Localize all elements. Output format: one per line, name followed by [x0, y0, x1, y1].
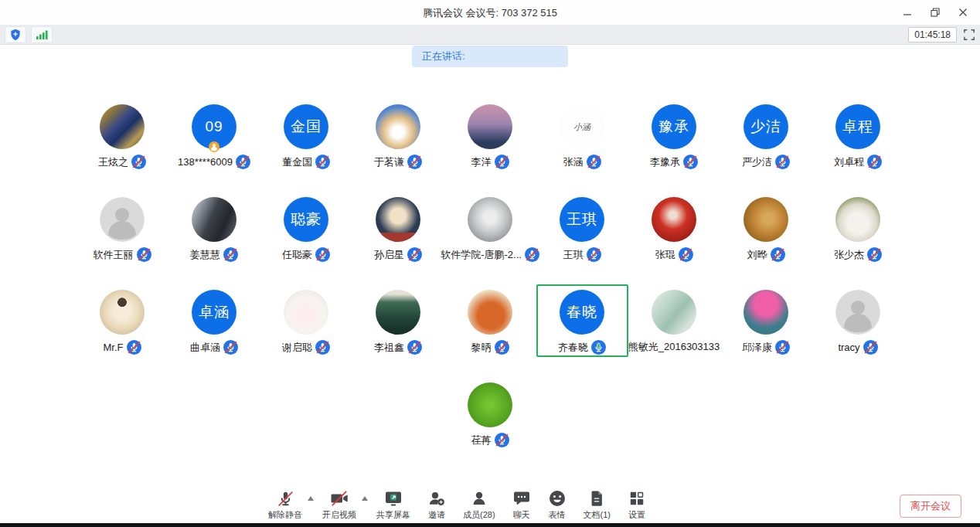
- participant-name-row: 刘晔: [747, 247, 785, 262]
- avatar-image: [376, 290, 420, 335]
- default-avatar-icon: [100, 197, 145, 242]
- participant-tile[interactable]: 黎昞: [444, 284, 536, 357]
- toolbar-button-chat[interactable]: 聊天: [512, 489, 531, 521]
- avatar-initials: 卓涵: [199, 302, 230, 322]
- toolbar-button-document[interactable]: 文档(1): [584, 489, 611, 521]
- avatar: [376, 290, 420, 335]
- toolbar-button-share-screen[interactable]: 共享屏幕: [376, 489, 410, 521]
- participant-tile-speaking[interactable]: 春晓齐春晓: [536, 284, 628, 357]
- participant-name: 刘卓程: [834, 155, 864, 169]
- participant-tile[interactable]: 金国董金国: [260, 99, 352, 172]
- toolbar-button-label: 开启视频: [322, 509, 356, 521]
- toolbar-button-label: 设置: [628, 509, 645, 521]
- participant-name: 任聪豪: [282, 248, 312, 262]
- avatar-initials: 少洁: [750, 117, 781, 137]
- toolbar-button-emoji[interactable]: 表情: [548, 489, 567, 521]
- avatar-image: [835, 197, 880, 242]
- participant-tile[interactable]: 卓程刘卓程: [812, 99, 904, 172]
- avatar: [744, 290, 788, 335]
- participant-tile[interactable]: 孙启星: [352, 192, 444, 264]
- participant-name-row: 齐春晓: [558, 340, 606, 355]
- close-icon[interactable]: [952, 3, 974, 22]
- participant-tile[interactable]: 王琪王琪: [536, 192, 628, 264]
- participant-tile[interactable]: 软件王丽: [77, 192, 168, 264]
- participant-tile[interactable]: 聪豪任聪豪: [260, 192, 352, 264]
- participant-tile[interactable]: 李祖鑫: [352, 284, 444, 357]
- chat-icon: [512, 489, 531, 508]
- participant-name-row: 王琪: [563, 247, 601, 262]
- avatar-initials: 王琪: [567, 209, 597, 230]
- toolbar-button-label: 聊天: [513, 509, 530, 521]
- fullscreen-icon[interactable]: [963, 29, 975, 41]
- mic-muted-icon: [863, 340, 878, 355]
- avatar-image: [835, 290, 880, 335]
- minimize-icon[interactable]: [897, 3, 918, 22]
- meeting-timer: 01:45:18: [908, 27, 957, 42]
- avatar: [468, 382, 512, 427]
- participant-tile[interactable]: 谢启聪: [260, 284, 352, 357]
- avatar-image: [100, 197, 145, 242]
- participant-name-row: 李祖鑫: [374, 340, 422, 355]
- participant-tile[interactable]: 张少杰: [812, 192, 904, 264]
- participant-tile[interactable]: 于茗谦: [352, 99, 444, 172]
- participant-tile[interactable]: 王炫之: [77, 99, 168, 172]
- participant-tile[interactable]: 刘晔: [720, 192, 812, 264]
- participant-tile[interactable]: 软件学院-唐鹏-2...: [444, 192, 536, 264]
- mic-muted-icon: [223, 247, 238, 262]
- mic-muted-icon: [867, 247, 882, 262]
- participant-name-row: 138****6009: [178, 155, 250, 169]
- avatar: [652, 290, 696, 335]
- mic-muted-icon: [131, 155, 146, 169]
- participant-tile[interactable]: 豫承李豫承: [628, 99, 720, 172]
- participant-name: 王炫之: [98, 155, 128, 169]
- participant-tile[interactable]: 熊敏光_2016303133: [628, 284, 720, 357]
- restore-icon[interactable]: [924, 3, 946, 22]
- participant-tile[interactable]: 李洋: [444, 99, 536, 172]
- toolbar-button-camera-off[interactable]: 开启视频: [322, 489, 356, 521]
- toolbar-button-members[interactable]: 成员(28): [463, 489, 495, 521]
- title-bar: 腾讯会议 会议号: 703 372 515: [0, 0, 980, 25]
- mic-muted-icon: [315, 155, 330, 169]
- avatar: 小涵: [560, 104, 604, 149]
- participant-name-row: Mr.F: [104, 340, 141, 355]
- participant-name-row: 任聪豪: [282, 247, 330, 262]
- toolbar-button-invite[interactable]: 邀请: [427, 489, 446, 521]
- participant-tile[interactable]: 少洁严少洁: [720, 99, 812, 172]
- participant-name: 于茗谦: [374, 155, 404, 169]
- avatar-image: [468, 290, 512, 335]
- toolbar-button-settings[interactable]: 设置: [628, 489, 646, 521]
- mic-muted-icon: [771, 247, 785, 262]
- participant-tile[interactable]: Mr.F: [77, 284, 168, 357]
- participant-tile[interactable]: 荏苒: [444, 377, 536, 450]
- participant-name: 荏苒: [471, 434, 492, 447]
- participants-grid: 王炫之09138****6009金国董金国于茗谦李洋小涵张涵豫承李豫承少洁严少洁…: [0, 99, 980, 450]
- avatar: [744, 197, 788, 242]
- participant-name: 李洋: [471, 155, 492, 169]
- participant-tile[interactable]: 张琨: [628, 192, 720, 264]
- menu-arrow-icon[interactable]: [362, 496, 368, 501]
- participant-name-row: 邱泽康: [742, 340, 790, 355]
- participant-tile[interactable]: tracy: [812, 284, 904, 357]
- participant-tile[interactable]: 小涵张涵: [536, 99, 628, 172]
- shield-plus-icon[interactable]: [5, 26, 26, 43]
- avatar: [468, 104, 512, 149]
- participant-name-row: 李洋: [471, 155, 509, 169]
- mic-muted-icon: [683, 155, 698, 169]
- menu-arrow-icon[interactable]: [308, 496, 314, 501]
- speaking-banner: 正在讲话:: [412, 46, 568, 67]
- network-signal-icon[interactable]: [31, 26, 53, 43]
- avatar-initials: 卓程: [842, 117, 873, 137]
- toolbar-button-mic-muted[interactable]: 解除静音: [268, 489, 302, 521]
- mic-muted-icon: [315, 340, 330, 355]
- invite-icon: [427, 489, 446, 508]
- mic-muted-icon: [127, 340, 141, 355]
- participant-tile[interactable]: 姜慧慧: [168, 192, 260, 264]
- leave-meeting-button[interactable]: 离开会议: [900, 495, 961, 518]
- avatar: 王琪: [560, 197, 604, 242]
- participant-name: 张琨: [655, 248, 675, 262]
- participant-tile[interactable]: 卓涵曲卓涵: [168, 284, 260, 357]
- participant-tile[interactable]: 邱泽康: [720, 284, 812, 357]
- participant-tile[interactable]: 09138****6009: [168, 99, 260, 172]
- participant-name-row: 黎昞: [471, 340, 509, 355]
- participant-name-row: 董金国: [282, 155, 330, 169]
